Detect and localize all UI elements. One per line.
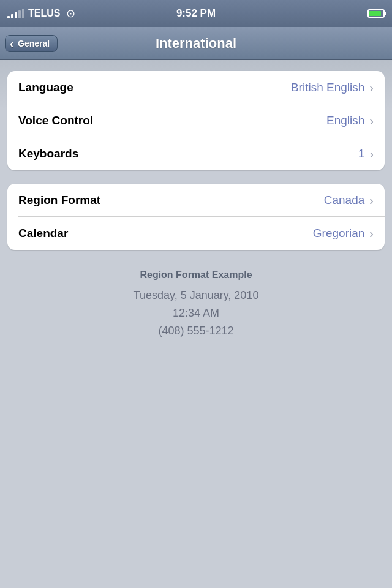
signal-bar-5 — [22, 9, 24, 18]
calendar-label: Calendar — [18, 227, 68, 240]
page-title: International — [156, 36, 236, 51]
signal-bars — [7, 9, 24, 18]
language-chevron-icon: › — [369, 81, 374, 95]
keyboards-chevron-icon: › — [369, 147, 374, 161]
region-format-example: Region Format Example Tuesday, 5 January… — [7, 263, 385, 352]
signal-bar-3 — [15, 12, 17, 18]
calendar-row[interactable]: Calendar Gregorian › — [7, 217, 385, 250]
region-format-value-container: Canada › — [324, 194, 374, 208]
region-format-row[interactable]: Region Format Canada › — [7, 184, 385, 217]
nav-bar: General International — [0, 27, 392, 60]
voice-control-row[interactable]: Voice Control English › — [7, 104, 385, 137]
signal-bar-4 — [18, 10, 21, 18]
signal-bar-1 — [7, 16, 10, 18]
keyboards-value: 1 — [358, 147, 365, 160]
region-format-value: Canada — [324, 194, 365, 207]
region-example-date: Tuesday, 5 January, 2010 — [7, 287, 385, 304]
battery-icon — [368, 9, 385, 18]
settings-group-1: Language British English › Voice Control… — [7, 71, 385, 170]
calendar-chevron-icon: › — [369, 227, 374, 241]
battery-fill — [369, 11, 381, 16]
keyboards-value-container: 1 › — [358, 147, 374, 161]
calendar-value: Gregorian — [313, 227, 365, 240]
voice-control-label: Voice Control — [18, 114, 93, 127]
voice-control-value-container: English › — [326, 114, 374, 128]
carrier-name: TELUS — [28, 8, 60, 19]
status-bar: TELUS ⊙ 9:52 PM — [0, 0, 392, 27]
language-row[interactable]: Language British English › — [7, 71, 385, 104]
keyboards-row[interactable]: Keyboards 1 › — [7, 137, 385, 170]
signal-bar-2 — [11, 14, 13, 18]
back-button[interactable]: General — [5, 35, 58, 52]
region-example-time: 12:34 AM — [7, 304, 385, 322]
language-value: British English — [291, 81, 364, 94]
settings-group-2: Region Format Canada › Calendar Gregoria… — [7, 184, 385, 250]
calendar-value-container: Gregorian › — [313, 227, 374, 241]
status-time: 9:52 PM — [176, 7, 216, 20]
region-example-title: Region Format Example — [7, 270, 385, 281]
wifi-icon: ⊙ — [66, 7, 75, 20]
status-right — [368, 9, 385, 18]
region-format-label: Region Format — [18, 194, 100, 207]
status-left: TELUS ⊙ — [7, 7, 75, 20]
language-label: Language — [18, 81, 74, 94]
region-format-chevron-icon: › — [369, 194, 374, 208]
voice-control-value: English — [326, 114, 364, 127]
region-example-phone: (408) 555-1212 — [7, 322, 385, 340]
keyboards-label: Keyboards — [18, 147, 78, 160]
voice-control-chevron-icon: › — [369, 114, 374, 128]
language-value-container: British English › — [291, 81, 374, 95]
main-content: Language British English › Voice Control… — [0, 60, 392, 363]
